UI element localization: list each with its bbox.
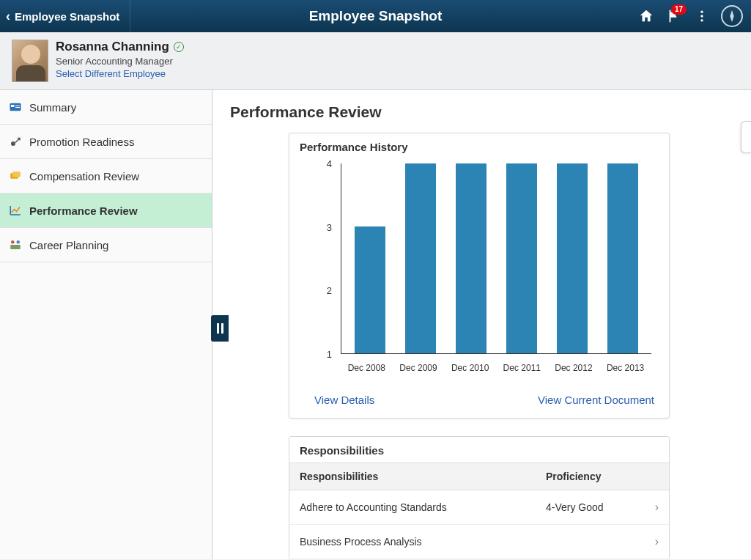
money-icon [9, 169, 22, 183]
col-responsibilities: Responsibilities [300, 471, 546, 482]
sidebar-item-compensation-review[interactable]: Compensation Review [0, 159, 212, 194]
avatar [12, 40, 48, 82]
compass-icon [721, 5, 743, 27]
table-row[interactable]: Business Process Analysis› [289, 525, 669, 559]
card-title: Performance History [289, 133, 669, 153]
x-tick: Dec 2012 [555, 363, 592, 373]
sidebar-item-performance-review[interactable]: Performance Review [0, 194, 212, 228]
x-tick: Dec 2008 [348, 363, 385, 373]
career-icon [9, 238, 22, 251]
y-tick: 1 [327, 349, 332, 360]
compass-button[interactable] [716, 0, 744, 32]
chart-bar [607, 163, 638, 353]
sidebar-collapse-handle[interactable] [211, 315, 229, 342]
x-tick: Dec 2010 [451, 363, 489, 373]
svg-point-8 [11, 141, 15, 146]
view-details-link[interactable]: View Details [314, 394, 374, 406]
chevron-right-icon: › [641, 501, 659, 514]
right-edge-tab[interactable] [741, 121, 751, 153]
svg-point-11 [11, 240, 15, 244]
more-button[interactable] [688, 0, 716, 32]
col-proficiency: Proficiency [546, 471, 641, 482]
employee-name: Rosanna Channing [56, 40, 169, 54]
select-different-employee-link[interactable]: Select Different Employee [56, 68, 184, 79]
y-tick: 2 [327, 285, 332, 296]
home-icon [638, 8, 654, 24]
performance-history-card: Performance History 4321 Dec 2008Dec 200… [289, 133, 670, 419]
chart-bar [456, 163, 487, 353]
app-header: ‹ Employee Snapshot Employee Snapshot 17 [0, 0, 751, 32]
main-content: Performance Review Performance History 4… [212, 90, 751, 559]
performance-history-chart: 4321 Dec 2008Dec 2009Dec 2010Dec 2011Dec… [300, 163, 659, 376]
id-card-icon [9, 100, 22, 114]
chevron-left-icon: ‹ [6, 9, 10, 24]
back-button[interactable]: ‹ Employee Snapshot [0, 0, 130, 32]
responsibility-name: Business Process Analysis [300, 536, 546, 548]
svg-point-0 [700, 11, 703, 13]
chart-line-icon [9, 204, 22, 217]
y-tick: 4 [327, 158, 332, 169]
svg-point-2 [700, 19, 703, 21]
svg-rect-7 [15, 107, 20, 108]
x-tick: Dec 2009 [399, 363, 437, 373]
sidebar-item-label: Promotion Readiness [29, 136, 134, 148]
employee-bar: Rosanna Channing ✓ Senior Accounting Man… [0, 32, 751, 90]
notification-badge: 17 [671, 4, 687, 15]
sidebar-item-summary[interactable]: Summary [0, 90, 212, 125]
y-tick: 3 [327, 221, 332, 232]
chart-bar [506, 163, 537, 353]
chart-bar [557, 163, 588, 353]
table-header: Responsibilities Proficiency [289, 463, 669, 490]
svg-point-12 [17, 240, 21, 244]
sidebar-item-label: Summary [29, 101, 76, 114]
sidebar-item-career-planning[interactable]: Career Planning [0, 228, 212, 262]
proficiency-value: 4-Very Good [546, 501, 641, 513]
svg-marker-3 [730, 12, 733, 21]
responsibility-name: Adhere to Accounting Standards [300, 501, 546, 513]
employee-title: Senior Accounting Manager [56, 56, 184, 67]
pause-icon [217, 323, 223, 334]
x-tick: Dec 2013 [607, 363, 644, 373]
chevron-right-icon: › [641, 535, 659, 548]
x-tick: Dec 2011 [503, 363, 541, 373]
view-current-document-link[interactable]: View Current Document [538, 394, 654, 406]
sidebar: Summary Promotion Readiness Compensation… [0, 90, 212, 559]
sidebar-item-label: Performance Review [29, 205, 138, 217]
table-row[interactable]: Adhere to Accounting Standards4-Very Goo… [289, 490, 669, 525]
more-vertical-icon [695, 9, 709, 23]
sidebar-item-label: Career Planning [29, 239, 108, 251]
sidebar-item-label: Compensation Review [29, 170, 139, 183]
page-title: Performance Review [230, 103, 733, 121]
svg-point-1 [700, 15, 703, 17]
status-available-icon: ✓ [174, 42, 184, 52]
notifications-button[interactable]: 17 [660, 0, 688, 32]
sidebar-item-promotion-readiness[interactable]: Promotion Readiness [0, 125, 212, 159]
promotion-icon [9, 135, 22, 148]
header-actions: 17 [632, 0, 751, 32]
card-title: Responsibilities [289, 437, 669, 463]
responsibilities-card: Responsibilities Responsibilities Profic… [289, 436, 670, 559]
chart-bar [405, 163, 436, 353]
chart-bar [355, 226, 385, 353]
employee-meta: Rosanna Channing ✓ Senior Accounting Man… [56, 40, 184, 79]
home-button[interactable] [632, 0, 660, 32]
back-label: Employee Snapshot [15, 10, 119, 23]
svg-rect-10 [12, 172, 21, 177]
svg-rect-6 [15, 106, 20, 106]
svg-rect-5 [11, 105, 15, 107]
svg-rect-13 [10, 245, 21, 249]
